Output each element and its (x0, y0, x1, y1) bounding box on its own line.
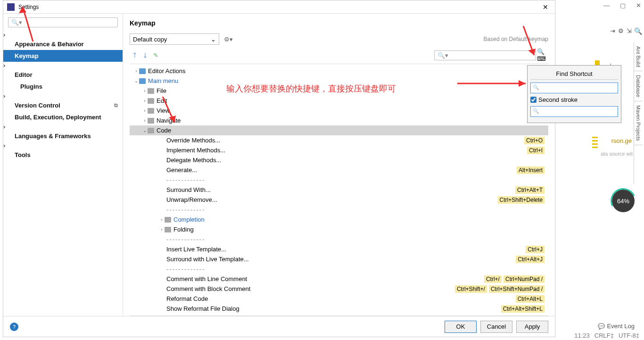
event-log-button[interactable]: 💬 Event Log (598, 323, 635, 330)
tree-row[interactable]: Surround With...Ctrl+Alt+T (130, 185, 548, 195)
folder-icon (139, 78, 146, 84)
chevron-right-icon: › (159, 227, 165, 232)
sidebar-item-tools[interactable]: Tools (3, 149, 123, 161)
pin-icon[interactable]: ⇲ (627, 27, 632, 34)
tree-row[interactable]: ›Folding (130, 224, 548, 234)
tab-database[interactable]: Database (634, 71, 643, 101)
tree-label: Folding (173, 226, 545, 233)
tree-row[interactable]: ›Edit (130, 96, 548, 106)
folder-icon (148, 108, 154, 114)
tree-row[interactable]: Surround with Live Template...Ctrl+Alt+J (130, 254, 548, 264)
chevron-down-icon: ⌄ (133, 78, 139, 83)
keymap-scheme-select[interactable]: Default copy ⌄ (130, 33, 219, 45)
tree-label: Show Reformat File Dialog (166, 305, 499, 312)
sidebar-item-version-control[interactable]: Version Control⧉ (3, 100, 123, 111)
shortcut-badge: Ctrl+I (527, 147, 545, 154)
tree-row[interactable]: ------------- (130, 264, 548, 274)
folder-icon (165, 217, 171, 223)
tree-label: Surround with Live Template... (166, 256, 514, 263)
dialog-footer: ? OK Cancel Apply (3, 316, 555, 337)
tree-row[interactable]: Override Methods...Ctrl+O (130, 135, 548, 145)
tree-row[interactable]: ›Completion (130, 215, 548, 224)
shortcut-badge: Ctrl+/ (484, 275, 502, 283)
keymap-tree[interactable]: ›Editor Actions⌄Main menu›File›Edit›View… (130, 66, 548, 316)
collapse-icon[interactable]: ⇥ (610, 27, 615, 34)
second-stroke-checkbox[interactable] (530, 97, 537, 103)
chevron-right-icon: › (142, 108, 148, 113)
sidebar-search[interactable]: 🔍▾ (8, 17, 118, 27)
tree-row[interactable]: ------------- (130, 234, 548, 244)
ide-code-fragment: rson.ge (611, 137, 632, 144)
tab-maven[interactable]: Maven Projects (634, 101, 643, 145)
chevron-right-icon: › (142, 118, 148, 123)
tree-label: Surround With... (166, 186, 513, 193)
status-time: 11:23 (574, 332, 590, 339)
tree-row[interactable]: Comment with Block CommentCtrl+Shift+/Ct… (130, 284, 548, 294)
collapse-all-button[interactable]: ⤓ (140, 50, 150, 60)
keymap-search[interactable]: 🔍▾ (434, 50, 536, 60)
chevron-right-icon: › (142, 98, 148, 103)
tree-label: Override Methods... (166, 137, 522, 144)
settings-sidebar: 🔍▾ ›Appearance & BehaviorKeymap›EditorPl… (3, 14, 123, 316)
help-button[interactable]: ? (10, 323, 18, 331)
shortcut-first-input[interactable] (530, 83, 618, 93)
sidebar-item-appearance-behavior[interactable]: Appearance & Behavior (3, 38, 123, 50)
tree-row[interactable]: Comment with Line CommentCtrl+/Ctrl+NumP… (130, 274, 548, 284)
folder-icon (165, 227, 171, 232)
tree-label: Reformat Code (166, 295, 514, 302)
edit-button[interactable]: ✎ (150, 50, 161, 60)
tree-row[interactable]: Insert Live Template...Ctrl+J (130, 244, 548, 254)
ide-window-controls: — ▢ ✕ (603, 2, 641, 9)
folder-icon (139, 68, 146, 74)
sidebar-item-keymap[interactable]: Keymap (3, 50, 123, 62)
sidebar-search-input[interactable] (24, 19, 115, 26)
shortcut-badge: Alt+Insert (517, 166, 545, 174)
tree-row[interactable]: ------------- (130, 205, 548, 215)
tree-row[interactable]: Show Reformat File DialogCtrl+Alt+Shift+… (130, 304, 548, 314)
tree-label: Implement Methods... (166, 147, 525, 154)
progress-indicator[interactable]: 64% (612, 190, 635, 212)
dialog-close-button[interactable]: ✕ (540, 3, 551, 11)
shortcut-badge: Ctrl+Shift+NumPad / (489, 285, 545, 293)
tree-row[interactable]: Delegate Methods... (130, 155, 548, 165)
sidebar-item-plugins[interactable]: Plugins (3, 81, 123, 92)
sidebar-item-languages-frameworks[interactable]: Languages & Frameworks (3, 130, 123, 142)
expand-all-button[interactable]: ⤒ (130, 50, 140, 60)
tab-ant-build[interactable]: Ant Build (634, 42, 643, 71)
search-icon: 🔍 (533, 84, 539, 91)
app-icon (7, 3, 15, 11)
tree-row[interactable]: Implement Methods...Ctrl+I (130, 145, 548, 155)
maximize-icon[interactable]: ▢ (620, 2, 626, 9)
tree-label: Comment with Block Comment (166, 285, 453, 292)
shortcut-second-input[interactable] (530, 106, 618, 117)
tree-row[interactable]: ⌄Code (130, 125, 548, 135)
tree-row[interactable]: Generate...Alt+Insert (130, 165, 548, 175)
tree-label: Navigate (157, 117, 545, 124)
status-encoding[interactable]: UTF-8‡ (619, 332, 639, 339)
sidebar-item-build-execution-deployment[interactable]: Build, Execution, Deployment (3, 111, 123, 123)
apply-button[interactable]: Apply (516, 321, 548, 333)
tree-row[interactable]: ›Editor Actions (130, 66, 548, 76)
find-shortcut-button[interactable]: 🔍⌨ (537, 50, 548, 61)
cancel-button[interactable]: Cancel (480, 321, 512, 333)
second-stroke-label: Second stroke (538, 96, 578, 103)
tree-row[interactable]: Unwrap/Remove...Ctrl+Shift+Delete (130, 195, 548, 205)
tree-row[interactable]: ›Navigate (130, 116, 548, 125)
minimize-icon[interactable]: — (603, 2, 610, 9)
tree-label: Generate... (166, 166, 515, 174)
sidebar-item-editor[interactable]: Editor (3, 69, 123, 81)
ide-right-toolwindow-tabs: Ant Build Database Maven Projects (634, 42, 644, 184)
folder-icon (148, 88, 154, 94)
tree-label: Delegate Methods... (166, 157, 545, 164)
status-line-sep[interactable]: CRLF‡ (594, 332, 614, 339)
tree-row[interactable]: ------------- (130, 175, 548, 185)
tree-row[interactable]: Reformat CodeCtrl+Alt+L (130, 294, 548, 304)
scheme-gear-button[interactable]: ⚙▾ (224, 36, 233, 43)
ok-button[interactable]: OK (445, 321, 477, 333)
keymap-search-input[interactable] (450, 52, 533, 59)
shortcut-badge: Ctrl+NumPad / (504, 275, 545, 283)
close-icon[interactable]: ✕ (636, 2, 641, 9)
ide-search-icon[interactable]: 🔍 (634, 27, 642, 35)
tree-row[interactable]: ›View (130, 106, 548, 116)
gear-icon[interactable]: ⚙ (618, 27, 624, 34)
